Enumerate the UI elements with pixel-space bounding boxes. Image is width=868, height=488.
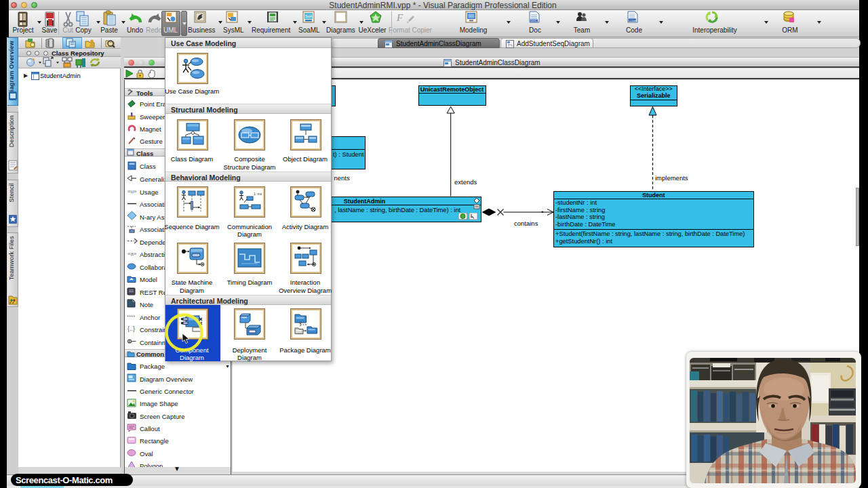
- svg-text:SoA: SoA: [305, 14, 313, 18]
- svg-text:1: msg: 1: msg: [254, 192, 262, 196]
- svg-text:F: F: [396, 12, 403, 23]
- svg-text:«u»: «u»: [127, 188, 137, 195]
- svg-text:CODE: CODE: [629, 20, 637, 22]
- svg-text:{..}: {..}: [127, 325, 135, 332]
- svg-text:DOC: DOC: [531, 20, 537, 22]
- svg-text:«a»: «a»: [127, 251, 137, 257]
